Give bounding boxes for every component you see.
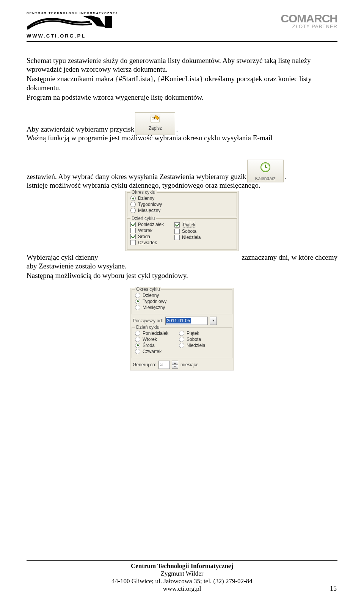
- radio-icon: [135, 349, 140, 354]
- checkbox-icon: [130, 228, 136, 233]
- radio-icon: [179, 343, 184, 348]
- date-value: 2011-01-05: [166, 318, 191, 323]
- footer-title: Centrum Technologii Informatycznej: [131, 562, 233, 570]
- radio-wt-2[interactable]: Wtorek: [135, 337, 168, 342]
- legend-okres-2: Okres cyklu: [135, 287, 161, 292]
- check-czw[interactable]: Czwartek: [130, 240, 164, 245]
- radio-pt-2[interactable]: Piątek: [179, 331, 205, 336]
- radio-icon: [135, 299, 140, 304]
- checkbox-icon: [174, 235, 180, 240]
- check-pt[interactable]: Piątek: [174, 222, 201, 228]
- radio-nd-2[interactable]: Niedziela: [179, 343, 205, 348]
- cycle-dialog-daily: Okres cyklu Dzienny Tygodniowy Miesięczn…: [126, 191, 238, 251]
- logo-comarch: COMARCH ZŁOTY PARTNER: [281, 12, 337, 29]
- page-header: CENTRUM TECHNOLOGII INFORMATYCZNEJ WWW.C…: [27, 11, 337, 39]
- spin-up-icon: ▲: [172, 361, 178, 365]
- gen-input[interactable]: [158, 361, 170, 369]
- radio-icon: [135, 305, 140, 310]
- group-okres-cyklu: Okres cyklu Dzienny Tygodniowy Miesięczn…: [127, 192, 237, 217]
- logo-cti: CENTRUM TECHNOLOGII INFORMATYCZNEJ WWW.C…: [27, 11, 125, 39]
- radio-sr-2[interactable]: Środa: [135, 343, 168, 348]
- date-input[interactable]: 2011-01-05: [165, 317, 208, 325]
- row-kalendarz: zestawień. Aby wybrać dany okres wysyłan…: [27, 158, 337, 181]
- legend-okres: Okres cyklu: [130, 190, 157, 195]
- label-generuj: Generuj co:: [133, 362, 156, 367]
- cycle-dialog-weekly: Okres cyklu Dzienny Tygodniowy Miesięczn…: [130, 288, 234, 370]
- zapisz-label: Zapisz: [149, 126, 162, 131]
- row-p8: Wybierając cykl dzienny zaznaczamy dni, …: [27, 253, 337, 262]
- group-dzien-cyklu-2: Dzień cyklu Poniedziałek Wtorek Środa Cz…: [132, 327, 232, 358]
- radio-pon-2[interactable]: Poniedziałek: [135, 331, 168, 336]
- page-number: 15: [330, 585, 337, 593]
- radio-dzienny[interactable]: Dzienny: [130, 196, 234, 201]
- p8-pre: Wybierając cykl dzienny: [27, 253, 98, 262]
- legend-dzien-2: Dzień cyklu: [135, 325, 160, 330]
- footer-address: 44-100 Gliwice; ul. Jałowcowa 35; tel. (…: [0, 577, 364, 585]
- zapisz-button[interactable]: Zapisz: [135, 112, 175, 135]
- paragraph-1: Schemat typu zestawienie służy do genero…: [27, 56, 337, 74]
- spin-down-icon: ▼: [172, 365, 178, 368]
- radio-icon: [135, 343, 140, 348]
- text-before-zapisz: Aby zatwierdzić wybieramy przycisk: [27, 125, 134, 133]
- tagline: CENTRUM TECHNOLOGII INFORMATYCZNEJ: [27, 11, 125, 15]
- page-footer: Centrum Technologii Informatycznej Zygmu…: [0, 560, 364, 593]
- gen-spinner[interactable]: ▲▼: [172, 361, 178, 369]
- label-poczawszy: Począwszy od:: [133, 318, 163, 323]
- partner-brand: COMARCH: [281, 12, 337, 25]
- check-sr[interactable]: Środa: [130, 234, 164, 239]
- radio-icon: [135, 331, 140, 336]
- kalendarz-button[interactable]: Kalendarz: [247, 160, 284, 182]
- radio-miesieczny[interactable]: Miesięczny: [130, 208, 234, 213]
- radio-icon: [135, 337, 140, 342]
- save-icon: [150, 114, 160, 125]
- check-sob[interactable]: Sobota: [174, 229, 201, 234]
- radio-icon: [179, 337, 184, 342]
- paragraph-7: Istnieje możliwość wybrania cyklu dzienn…: [27, 181, 337, 190]
- footer-url: www.cti.org.pl: [0, 585, 364, 593]
- radio-icon: [135, 293, 140, 298]
- paragraph-5: Ważną funkcją w programie jest możliwość…: [27, 133, 337, 142]
- footer-rule: [27, 560, 337, 561]
- check-pon[interactable]: Poniedziałek: [130, 222, 164, 227]
- group-okres-cyklu-2: Okres cyklu Dzienny Tygodniowy Miesięczn…: [132, 289, 232, 314]
- radio-sob-2[interactable]: Sobota: [179, 337, 205, 342]
- paragraph-2: Następnie znacznikami makra {#StartLista…: [27, 74, 337, 92]
- label-miesiace: miesiące: [180, 362, 198, 367]
- radio-tygodniowy-2[interactable]: Tygodniowy: [135, 299, 229, 304]
- check-wt[interactable]: Wtorek: [130, 228, 164, 233]
- legend-dzien: Dzień cyklu: [130, 216, 156, 221]
- gen-value[interactable]: [159, 362, 169, 367]
- p8-line2: aby Zestawienie zostało wysyłane.: [27, 262, 337, 270]
- row-zapisz: Aby zatwierdzić wybieramy przycisk Zapis…: [27, 111, 337, 133]
- radio-miesieczny-2[interactable]: Miesięczny: [135, 305, 229, 310]
- cti-logo-graphic: [27, 15, 125, 34]
- checkbox-icon: [130, 234, 136, 239]
- radio-icon: [130, 208, 136, 213]
- checkbox-icon: [130, 222, 136, 227]
- checkbox-icon: [130, 240, 136, 245]
- logo-url: WWW.CTI.ORG.PL: [27, 33, 125, 39]
- row-generuj: Generuj co: ▲▼ miesiące: [130, 359, 234, 370]
- paragraph-9: Następną możliwością do wyboru jest cykl…: [27, 271, 337, 280]
- paragraph-3: Program na podstawie wzorca wygeneruje l…: [27, 93, 337, 102]
- text-after-kalendarz: .: [284, 173, 286, 181]
- calendar-icon: [260, 162, 271, 175]
- p8-post: zaznaczamy dni, w które chcemy: [242, 253, 337, 262]
- checkbox-icon: [174, 229, 180, 234]
- radio-icon: [130, 202, 136, 207]
- checkbox-icon: [174, 222, 180, 228]
- check-nd[interactable]: Niedziela: [174, 235, 201, 240]
- radio-tygodniowy[interactable]: Tygodniowy: [130, 202, 234, 207]
- date-dropdown-button[interactable]: ▼: [210, 317, 217, 325]
- group-dzien-cyklu: Dzień cyklu Poniedziałek Wtorek Środa Cz…: [127, 218, 237, 250]
- text-after-zapisz: .: [176, 125, 178, 133]
- text-before-kalendarz: zestawień. Aby wybrać dany okres wysyłan…: [27, 173, 246, 181]
- radio-icon: [179, 331, 184, 336]
- kalendarz-label: Kalendarz: [255, 176, 276, 181]
- footer-name: Zygmunt Wilder: [0, 570, 364, 577]
- radio-czw-2[interactable]: Czwartek: [135, 349, 168, 354]
- radio-icon: [130, 196, 136, 201]
- header-rule: [27, 41, 337, 42]
- radio-dzienny-2[interactable]: Dzienny: [135, 293, 229, 298]
